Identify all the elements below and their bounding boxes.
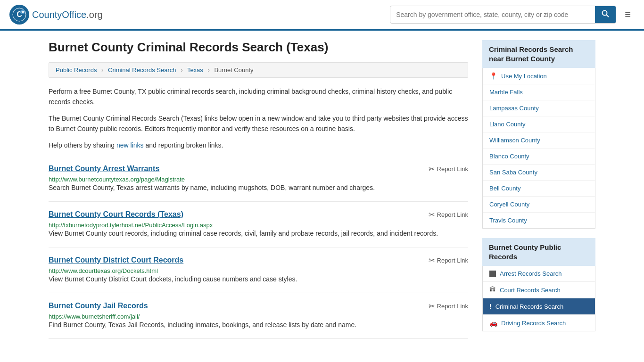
breadcrumb-current: Burnet County: [214, 66, 253, 74]
site-header: C ★ CountyOffice.org ≡: [0, 0, 644, 31]
logo-area: C ★ CountyOffice.org: [9, 5, 103, 25]
driving-icon: 🚗: [489, 319, 497, 327]
result-desc-1: Search Burnet County, Texas arrest warra…: [49, 183, 468, 193]
result-title-2[interactable]: Burnet County Court Records (Texas): [49, 210, 183, 219]
result-item: Burnet County Court Records (Texas) ✂ Re…: [49, 202, 468, 247]
criminal-icon: !: [489, 303, 492, 310]
sidebar-court-records[interactable]: 🏛 Court Records Search: [483, 282, 595, 298]
svg-point-4: [603, 11, 607, 16]
result-url-4[interactable]: https://www.burnetsheriff.com/jail/: [49, 313, 140, 320]
result-desc-2: View Burnet County court records, includ…: [49, 229, 468, 239]
result-desc-3: View Burnet County District Court docket…: [49, 274, 468, 284]
sidebar-driving-records[interactable]: 🚗 Driving Records Search: [483, 315, 595, 331]
sidebar-item-blanco[interactable]: Blanco County: [483, 148, 595, 165]
results-list: Burnet County Arrest Warrants ✂ Report L…: [49, 156, 468, 339]
result-desc-4: Find Burnet County, Texas Jail Records, …: [49, 320, 468, 330]
breadcrumb-texas[interactable]: Texas: [187, 66, 203, 74]
sidebar-public-records-list: Arrest Records Search 🏛 Court Records Se…: [482, 266, 595, 331]
sidebar-item-williamson[interactable]: Williamson County: [483, 132, 595, 148]
logo-icon: C ★: [9, 5, 29, 25]
report-link-2[interactable]: ✂ Report Link: [429, 210, 468, 219]
sidebar-public-records-header: Burnet County Public Records: [482, 238, 595, 266]
content-area: Burnet County Criminal Records Search (T…: [49, 40, 468, 341]
sidebar-item-marble-falls[interactable]: Marble Falls: [483, 84, 595, 100]
result-title-3[interactable]: Burnet County District Court Records: [49, 256, 183, 264]
result-url-3[interactable]: http://www.dcourttexas.org/Dockets.html: [49, 267, 158, 274]
sidebar-item-llano[interactable]: Llano County: [483, 116, 595, 132]
result-url-1[interactable]: http://www.burnetcountytexas.org/page/Ma…: [49, 176, 185, 183]
arrest-icon: [489, 271, 496, 277]
report-icon-1: ✂: [429, 165, 435, 173]
search-bar: [390, 6, 616, 24]
sidebar-item-san-saba[interactable]: San Saba County: [483, 165, 595, 181]
report-link-4[interactable]: ✂ Report Link: [429, 302, 468, 311]
new-links[interactable]: new links: [116, 141, 144, 149]
svg-text:★: ★: [21, 10, 25, 14]
search-button[interactable]: [595, 6, 616, 23]
sidebar-nearby-header: Criminal Records Search near Burnet Coun…: [482, 40, 595, 68]
result-title-4[interactable]: Burnet County Jail Records: [49, 302, 148, 310]
breadcrumb-public-records[interactable]: Public Records: [56, 66, 97, 74]
result-item: Burnet County Arrest Warrants ✂ Report L…: [49, 156, 468, 202]
sidebar-item-coryell[interactable]: Coryell County: [483, 197, 595, 213]
result-item: Burnet County District Court Records ✂ R…: [49, 247, 468, 293]
sidebar-criminal-records[interactable]: ! Criminal Records Search: [483, 298, 595, 315]
header-right: ≡: [390, 6, 635, 24]
location-icon: 📍: [489, 72, 497, 80]
breadcrumb-criminal-records[interactable]: Criminal Records Search: [108, 66, 176, 74]
svg-line-5: [607, 15, 609, 17]
report-icon-4: ✂: [429, 302, 435, 311]
report-link-3[interactable]: ✂ Report Link: [429, 256, 468, 265]
main-container: Burnet County Criminal Records Search (T…: [39, 31, 605, 350]
report-link-1[interactable]: ✂ Report Link: [429, 165, 468, 173]
sidebar-item-bell-county[interactable]: Bell County: [483, 181, 595, 197]
court-icon: 🏛: [489, 286, 496, 294]
sidebar-arrest-records[interactable]: Arrest Records Search: [483, 266, 595, 282]
description-1: Perform a free Burnet County, TX public …: [49, 86, 468, 107]
sidebar-nearby-section: Criminal Records Search near Burnet Coun…: [482, 40, 595, 229]
use-my-location-link[interactable]: Use My Location: [501, 73, 547, 80]
report-icon-3: ✂: [429, 256, 435, 265]
hamburger-button[interactable]: ≡: [621, 7, 635, 23]
description-3: Help others by sharing new links and rep…: [49, 140, 468, 150]
sidebar-public-records-section: Burnet County Public Records Arrest Reco…: [482, 238, 595, 331]
report-icon-2: ✂: [429, 210, 435, 219]
result-url-2[interactable]: http://txburnetodyprod.tylerhost.net/Pub…: [49, 222, 213, 229]
search-input[interactable]: [390, 7, 595, 22]
sidebar-item-travis[interactable]: Travis County: [483, 213, 595, 228]
sidebar: Criminal Records Search near Burnet Coun…: [482, 40, 595, 341]
sidebar-use-my-location[interactable]: 📍 Use My Location: [483, 68, 595, 84]
page-title: Burnet County Criminal Records Search (T…: [49, 40, 468, 55]
sidebar-item-lampasas[interactable]: Lampasas County: [483, 100, 595, 116]
result-title-1[interactable]: Burnet County Arrest Warrants: [49, 165, 159, 173]
description-2: The Burnet County Criminal Records Searc…: [49, 113, 468, 134]
sidebar-nearby-list: 📍 Use My Location Marble Falls Lampasas …: [482, 68, 595, 229]
breadcrumb: Public Records › Criminal Records Search…: [49, 62, 468, 78]
result-item: Burnet County Jail Records ✂ Report Link…: [49, 293, 468, 339]
logo-text: CountyOffice.org: [32, 9, 103, 20]
